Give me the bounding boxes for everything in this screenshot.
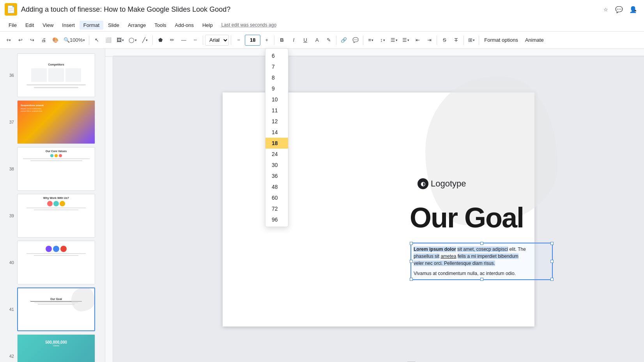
highlighted-text-4: veler nec orci. Pellentesque diam risus. xyxy=(414,261,495,266)
strikethrough-button[interactable]: S xyxy=(439,34,450,46)
textbox-button[interactable]: ⬜ xyxy=(103,34,114,46)
slide-item-39[interactable]: 39 Why Work With Us? xyxy=(0,192,105,239)
italic-button[interactable]: I xyxy=(288,34,299,46)
font-size-input[interactable] xyxy=(245,35,260,46)
font-size-option-30[interactable]: 30 xyxy=(265,160,288,170)
border-dash-button[interactable]: ╌ xyxy=(190,34,201,46)
line-spacing-button[interactable]: ↕▾ xyxy=(377,34,388,46)
menu-edit[interactable]: Edit xyxy=(21,21,38,30)
zoom-button[interactable]: 🔍 100%▾ xyxy=(62,34,87,46)
font-size-option-8[interactable]: 8 xyxy=(265,72,288,83)
slide-item-38[interactable]: 38 Our Core Values xyxy=(0,146,105,192)
clear-format-button[interactable]: T̶ xyxy=(451,34,462,46)
menu-slide[interactable]: Slide xyxy=(104,21,123,30)
divider-2 xyxy=(152,35,153,45)
animate-button[interactable]: Animate xyxy=(522,35,547,44)
slides-panel: 36 Competitors 37 Suspendisse potenti. A… xyxy=(0,49,105,362)
bold-button[interactable]: B xyxy=(276,34,287,46)
account-button[interactable]: 👤 xyxy=(627,3,639,16)
font-size-option-6[interactable]: 6 xyxy=(265,50,288,61)
font-size-option-48[interactable]: 48 xyxy=(265,181,288,192)
align-button[interactable]: ≡▾ xyxy=(365,34,376,46)
font-size-option-12[interactable]: 12 xyxy=(265,116,288,127)
indent-less-button[interactable]: ⇤ xyxy=(412,34,423,46)
handle-tr xyxy=(550,242,554,245)
fill-color-button[interactable]: ⬟ xyxy=(155,34,166,46)
highlight-button[interactable]: ✎ xyxy=(323,34,334,46)
menu-view[interactable]: View xyxy=(39,21,57,30)
more-format-button[interactable]: ⊞▾ xyxy=(466,34,477,46)
body-text-1: Lorem ipsum dolor sit amet, cosecp adipi… xyxy=(414,246,550,267)
zoom-icon: 🔍 xyxy=(64,37,70,43)
slide-num-37: 37 xyxy=(3,120,14,124)
font-size-option-9[interactable]: 9 xyxy=(265,83,288,94)
undo-icon: ↩ xyxy=(18,37,23,43)
menu-format[interactable]: Format xyxy=(80,21,103,30)
logo-icon: ◐ xyxy=(418,178,428,189)
undo-button[interactable]: ↩ xyxy=(15,34,26,46)
font-size-option-14[interactable]: 14 xyxy=(265,127,288,138)
handle-bl xyxy=(410,278,413,281)
font-size-option-7[interactable]: 7 xyxy=(265,61,288,72)
increase-font-icon: + xyxy=(265,37,268,43)
menu-addons[interactable]: Add-ons xyxy=(171,21,198,30)
font-size-option-18[interactable]: 18 xyxy=(265,138,288,149)
divider-8 xyxy=(437,35,437,45)
slide-thumb-38: Our Core Values xyxy=(17,147,95,191)
redo-icon: ↪ xyxy=(30,37,34,43)
doc-title: Adding a touch of finesse: How to Make G… xyxy=(21,5,596,14)
menu-tools[interactable]: Tools xyxy=(150,21,170,30)
shape-button[interactable]: ◯▾ xyxy=(127,34,139,46)
font-size-option-72[interactable]: 72 xyxy=(265,203,288,214)
comment-button[interactable]: 💬 xyxy=(350,34,361,46)
font-size-option-11[interactable]: 11 xyxy=(265,105,288,116)
indent-more-button[interactable]: ⇥ xyxy=(424,34,435,46)
border-weight-button[interactable]: — xyxy=(178,34,189,46)
handle-ml xyxy=(410,260,413,263)
handle-tl xyxy=(410,242,413,245)
font-size-option-60[interactable]: 60 xyxy=(265,192,288,203)
slide-item-41[interactable]: 41 Our Goal xyxy=(0,286,105,333)
slide-item-37[interactable]: 37 Suspendisse potenti. Aliquam sed mi c… xyxy=(0,99,105,146)
last-edit-text: Last edit was seconds ago xyxy=(221,22,276,28)
underline-button[interactable]: U xyxy=(300,34,311,46)
format-options-button[interactable]: Format options xyxy=(481,35,521,44)
font-color-button[interactable]: A xyxy=(311,34,322,46)
shape-icon: ◯ xyxy=(129,37,134,43)
print-button[interactable]: 🖨 xyxy=(38,34,49,46)
menu-help[interactable]: Help xyxy=(198,21,217,30)
line-button[interactable]: ╱▾ xyxy=(140,34,150,46)
slide-item-36[interactable]: 36 Competitors xyxy=(0,52,105,99)
divider-3 xyxy=(203,35,203,45)
slide-num-42: 42 xyxy=(3,354,14,358)
link-icon: 🔗 xyxy=(341,37,347,43)
font-size-option-36[interactable]: 36 xyxy=(265,170,288,181)
decrease-font-button[interactable]: − xyxy=(233,34,244,46)
increase-font-button[interactable]: + xyxy=(261,34,272,46)
add-button[interactable]: +▾ xyxy=(3,34,14,46)
font-size-dropdown: 6 7 8 9 10 11 12 14 18 24 30 36 48 60 72… xyxy=(265,48,288,227)
line-spacing-icon: ↕ xyxy=(380,37,383,43)
decrease-font-icon: − xyxy=(237,37,240,43)
font-size-option-96[interactable]: 96 xyxy=(265,214,288,225)
slide-text-box[interactable]: Lorem ipsum dolor sit amet, cosecp adipi… xyxy=(410,243,553,280)
link-button[interactable]: 🔗 xyxy=(338,34,349,46)
image-button[interactable]: 🖼▾ xyxy=(115,34,126,46)
font-size-option-24[interactable]: 24 xyxy=(265,149,288,160)
paintformat-button[interactable]: 🎨 xyxy=(50,34,61,46)
bullets-button[interactable]: ☰▾ xyxy=(389,34,400,46)
chat-button[interactable]: 💬 xyxy=(613,3,625,16)
slide-item-42[interactable]: 42 500,000,000 Clients xyxy=(0,333,105,362)
border-color-button[interactable]: ✏ xyxy=(166,34,177,46)
font-size-option-10[interactable]: 10 xyxy=(265,94,288,105)
menu-insert[interactable]: Insert xyxy=(58,21,79,30)
font-family-select[interactable]: Arial xyxy=(205,35,229,46)
menu-file[interactable]: File xyxy=(5,21,21,30)
redo-button[interactable]: ↪ xyxy=(27,34,37,46)
highlighted-text-2: phasellus sit xyxy=(414,254,439,259)
font-color-icon: A xyxy=(315,37,319,43)
menu-arrange[interactable]: Arrange xyxy=(124,21,150,30)
select-button[interactable]: ↖ xyxy=(91,34,102,46)
slide-item-40[interactable]: 40 xyxy=(0,239,105,286)
ordered-button[interactable]: ☰▾ xyxy=(400,34,411,46)
